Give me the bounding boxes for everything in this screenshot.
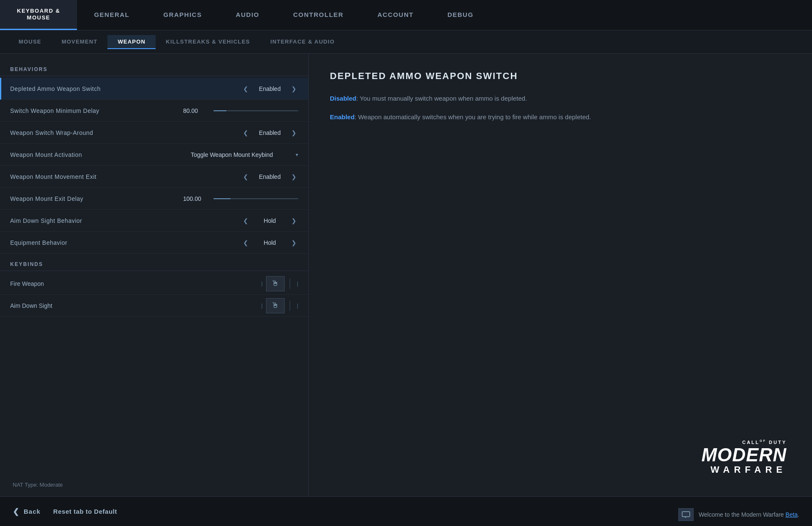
behaviors-header: BEHAVIORS xyxy=(0,62,308,76)
subtab-movement[interactable]: MOVEMENT xyxy=(52,35,108,49)
subtab-interface[interactable]: INTERFACE & AUDIO xyxy=(260,35,345,49)
chevron-down-icon[interactable]: ▾ xyxy=(296,152,298,158)
mouse-left-icon: 🖱 xyxy=(272,279,279,288)
cod-logo: CALLOF DUTY MODERN WARFARE xyxy=(701,439,787,475)
arrow-left-weapon-mount-movement-exit[interactable]: ❮ xyxy=(241,173,250,181)
arrow-left-weapon-switch-wrap[interactable]: ❮ xyxy=(241,129,250,137)
dropdown-weapon-mount-activation[interactable]: Toggle Weapon Mount Keybind ▾ xyxy=(191,151,298,158)
slider-track-switch-weapon-delay[interactable] xyxy=(214,110,298,111)
toggle-weapon-mount-movement-exit[interactable]: ❮ Enabled ❯ xyxy=(241,173,298,181)
reset-tab-button[interactable]: Reset tab to Default xyxy=(53,508,117,515)
tab-graphics[interactable]: GRAPHICS xyxy=(146,0,219,30)
keyword-enabled: Enabled xyxy=(330,113,354,121)
keybind-slot-fire-weapon-1[interactable]: 🖱 xyxy=(266,276,285,291)
bottom-bar: ❮ Back Reset tab to Default Welcome to t… xyxy=(0,496,812,526)
subtab-killstreaks[interactable]: KILLSTREAKS & VEHICLES xyxy=(156,35,260,49)
cod-logo-title: MODERN xyxy=(701,446,787,464)
setting-equipment-behavior[interactable]: Equipment Behavior ❮ Hold ❯ xyxy=(0,232,308,254)
tab-account[interactable]: ACCOUNT xyxy=(360,0,431,30)
tab-general[interactable]: GENERAL xyxy=(77,0,146,30)
setting-label-aim-down-sight-behavior: Aim Down Sight Behavior xyxy=(10,217,241,224)
slider-fill-weapon-mount-exit-delay xyxy=(214,198,230,199)
tab-keyboard-mouse[interactable]: KEYBOARD & MOUSE xyxy=(0,0,77,30)
slider-switch-weapon-delay[interactable]: 80.00 xyxy=(183,107,298,114)
setting-label-weapon-switch-wrap: Weapon Switch Wrap-Around xyxy=(10,129,241,136)
value-aim-down-sight-behavior: Hold xyxy=(255,217,285,224)
mouse-right-icon: 🖱 xyxy=(272,301,279,310)
info-title: DEPLETED AMMO WEAPON SWITCH xyxy=(330,71,791,82)
value-weapon-mount-movement-exit: Enabled xyxy=(255,173,285,180)
value-weapon-mount-activation: Toggle Weapon Mount Keybind xyxy=(191,151,292,158)
info-text-disabled: Disabled: You must manually switch weapo… xyxy=(330,93,791,104)
setting-label-depleted-ammo: Depleted Ammo Weapon Switch xyxy=(10,85,241,92)
keybind-slots-aim-down-sight: | 🖱 | xyxy=(261,298,298,313)
slider-fill-switch-weapon-delay xyxy=(214,110,226,111)
tab-controller[interactable]: CONTROLLER xyxy=(276,0,360,30)
settings-panel: BEHAVIORS Depleted Ammo Weapon Switch ❮ … xyxy=(0,54,309,496)
arrow-right-aim-down-sight-behavior[interactable]: ❯ xyxy=(290,216,298,225)
tab-debug[interactable]: DEBUG xyxy=(431,0,491,30)
main-content: BEHAVIORS Depleted Ammo Weapon Switch ❮ … xyxy=(0,54,812,496)
keyword-disabled: Disabled xyxy=(330,95,357,102)
arrow-left-depleted-ammo[interactable]: ❮ xyxy=(241,85,250,93)
chat-text: Welcome to the Modern Warfare Beta. xyxy=(699,511,799,518)
setting-label-weapon-mount-movement-exit: Weapon Mount Movement Exit xyxy=(10,173,241,180)
keybind-label-aim-down-sight: Aim Down Sight xyxy=(10,302,261,309)
value-switch-weapon-delay: 80.00 xyxy=(183,107,208,114)
keybind-divider-aim-down-sight xyxy=(290,301,290,311)
keybind-pipe-1: | xyxy=(261,281,264,287)
setting-label-switch-weapon-delay: Switch Weapon Minimum Delay xyxy=(10,107,183,114)
toggle-depleted-ammo[interactable]: ❮ Enabled ❯ xyxy=(241,85,298,93)
toggle-equipment-behavior[interactable]: ❮ Hold ❯ xyxy=(241,238,298,247)
setting-weapon-mount-movement-exit[interactable]: Weapon Mount Movement Exit ❮ Enabled ❯ xyxy=(0,166,308,188)
cod-logo-subtitle: WARFARE xyxy=(701,464,787,475)
svg-marker-1 xyxy=(684,517,686,518)
subtab-weapon[interactable]: WEAPON xyxy=(107,35,156,49)
arrow-right-weapon-switch-wrap[interactable]: ❯ xyxy=(290,129,298,137)
top-navigation: KEYBOARD & MOUSE GENERAL GRAPHICS AUDIO … xyxy=(0,0,812,30)
sub-navigation: MOUSE MOVEMENT WEAPON KILLSTREAKS & VEHI… xyxy=(0,30,812,54)
value-weapon-mount-exit-delay: 100.00 xyxy=(183,195,208,202)
slider-track-weapon-mount-exit-delay[interactable] xyxy=(214,198,298,199)
value-equipment-behavior: Hold xyxy=(255,239,285,246)
chat-icon[interactable] xyxy=(678,508,694,521)
setting-label-equipment-behavior: Equipment Behavior xyxy=(10,239,241,246)
beta-link[interactable]: Beta xyxy=(785,511,798,518)
keybind-slot-aim-down-sight-1[interactable]: 🖱 xyxy=(266,298,285,313)
keybind-aim-down-sight[interactable]: Aim Down Sight | 🖱 | xyxy=(0,295,308,317)
keybind-label-fire-weapon: Fire Weapon xyxy=(10,280,261,287)
arrow-right-weapon-mount-movement-exit[interactable]: ❯ xyxy=(290,173,298,181)
keybind-divider-fire-weapon xyxy=(290,279,290,289)
setting-weapon-switch-wrap[interactable]: Weapon Switch Wrap-Around ❮ Enabled ❯ xyxy=(0,122,308,144)
tab-audio[interactable]: AUDIO xyxy=(219,0,276,30)
keybind-fire-weapon[interactable]: Fire Weapon | 🖱 | xyxy=(0,273,308,295)
back-button[interactable]: ❮ Back xyxy=(13,507,41,516)
chat-area: Welcome to the Modern Warfare Beta. xyxy=(678,508,799,521)
arrow-right-equipment-behavior[interactable]: ❯ xyxy=(290,238,298,247)
keybind-pipe-2: | xyxy=(295,281,298,287)
subtab-mouse[interactable]: MOUSE xyxy=(8,35,52,49)
toggle-weapon-switch-wrap[interactable]: ❮ Enabled ❯ xyxy=(241,129,298,137)
arrow-right-depleted-ammo[interactable]: ❯ xyxy=(290,85,298,93)
setting-label-weapon-mount-exit-delay: Weapon Mount Exit Delay xyxy=(10,195,183,202)
info-text-enabled: Enabled: Weapon automatically switches w… xyxy=(330,112,791,122)
toggle-aim-down-sight-behavior[interactable]: ❮ Hold ❯ xyxy=(241,216,298,225)
keybind-pipe-4: | xyxy=(295,303,298,309)
setting-depleted-ammo[interactable]: Depleted Ammo Weapon Switch ❮ Enabled ❯ xyxy=(0,78,308,100)
keybinds-header: KEYBINDS xyxy=(0,257,308,271)
keybind-pipe-3: | xyxy=(261,303,264,309)
value-depleted-ammo: Enabled xyxy=(255,85,285,92)
svg-rect-0 xyxy=(682,512,690,517)
arrow-left-equipment-behavior[interactable]: ❮ xyxy=(241,238,250,247)
slider-weapon-mount-exit-delay[interactable]: 100.00 xyxy=(183,195,298,202)
nat-type-label: NAT Type: Moderate xyxy=(13,482,63,488)
arrow-left-aim-down-sight-behavior[interactable]: ❮ xyxy=(241,216,250,225)
setting-weapon-mount-activation[interactable]: Weapon Mount Activation Toggle Weapon Mo… xyxy=(0,144,308,166)
value-weapon-switch-wrap: Enabled xyxy=(255,129,285,136)
setting-aim-down-sight-behavior[interactable]: Aim Down Sight Behavior ❮ Hold ❯ xyxy=(0,210,308,232)
info-panel: DEPLETED AMMO WEAPON SWITCH Disabled: Yo… xyxy=(309,54,812,496)
setting-switch-weapon-delay[interactable]: Switch Weapon Minimum Delay 80.00 xyxy=(0,100,308,122)
setting-weapon-mount-exit-delay[interactable]: Weapon Mount Exit Delay 100.00 xyxy=(0,188,308,210)
back-arrow-icon: ❮ xyxy=(13,507,19,516)
keybind-slots-fire-weapon: | 🖱 | xyxy=(261,276,298,291)
